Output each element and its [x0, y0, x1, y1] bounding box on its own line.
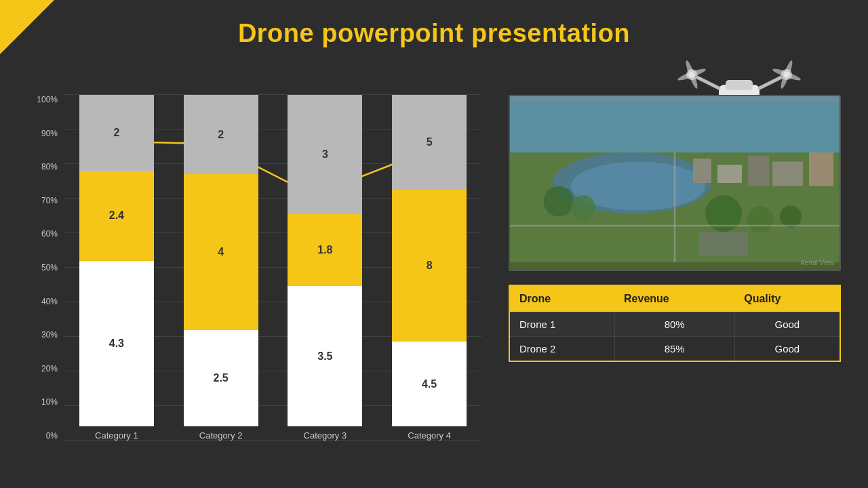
y-label-40: 40% [41, 297, 58, 306]
y-label-50: 50% [41, 263, 58, 272]
bars-container: 2 2.4 4.3 Category 1 2 4 2.5 Category 2 … [64, 95, 481, 441]
bar-mid-val-4: 8 [427, 260, 433, 272]
bar-stack-3: 3 1.8 3.5 [288, 95, 362, 426]
y-label-80: 80% [41, 162, 58, 171]
bar-bot-val-4: 4.5 [422, 378, 437, 390]
main-content: 0% 10% 20% 30% 40% 50% 60% 70% 80% 90% 1… [27, 95, 841, 468]
bar-mid-3: 1.8 [288, 214, 362, 286]
svg-rect-29 [693, 159, 711, 183]
corner-decoration [0, 0, 54, 54]
svg-rect-1 [726, 80, 753, 90]
bar-top-1: 2 [79, 95, 154, 171]
bar-group-4: 5 8 4.5 Category 4 [392, 95, 467, 441]
bar-mid-2: 4 [184, 174, 258, 330]
x-label-4: Category 4 [408, 430, 451, 441]
bar-group-2: 2 4 2.5 Category 2 [184, 95, 258, 441]
x-label-2: Category 2 [199, 430, 243, 441]
bar-bot-val-1: 4.3 [109, 338, 124, 350]
table-header-revenue: Revenue [614, 285, 734, 312]
bar-top-4: 5 [392, 95, 467, 190]
bar-mid-val-2: 4 [218, 246, 224, 258]
svg-point-35 [571, 195, 595, 220]
data-table: Drone Revenue Quality Drone 1 80% Good D… [509, 285, 841, 362]
bar-bot-val-3: 3.5 [317, 350, 332, 363]
bar-stack-4: 5 8 4.5 [392, 95, 467, 426]
y-label-100: 100% [37, 95, 58, 104]
bar-top-val-2: 2 [218, 129, 224, 141]
bar-bot-4: 4.5 [392, 342, 467, 426]
bar-top-val-1: 2 [113, 127, 119, 139]
y-label-0: 0% [46, 431, 58, 441]
svg-point-37 [747, 206, 774, 233]
y-label-90: 90% [41, 129, 58, 138]
svg-rect-31 [748, 156, 770, 186]
bar-mid-4: 8 [392, 190, 467, 342]
y-label-20: 20% [41, 364, 58, 373]
table-row-2: Drone 2 85% Good [509, 337, 840, 362]
table-cell-drone-2: Drone 2 [509, 337, 614, 362]
table-cell-quality-1: Good [734, 312, 840, 337]
aerial-photo [509, 95, 841, 271]
y-axis: 0% 10% 20% 30% 40% 50% 60% 70% 80% 90% 1… [27, 95, 61, 441]
y-label-70: 70% [41, 196, 58, 205]
table-cell-revenue-2: 85% [614, 337, 734, 362]
table-row-1: Drone 1 80% Good [509, 312, 840, 337]
y-label-30: 30% [41, 330, 58, 340]
bar-top-2: 2 [184, 95, 258, 174]
bar-group-1: 2 2.4 4.3 Category 1 [79, 95, 154, 441]
bar-bot-val-2: 2.5 [214, 372, 229, 384]
table-cell-drone-1: Drone 1 [509, 312, 614, 337]
svg-rect-33 [809, 152, 833, 186]
table-cell-quality-2: Good [734, 337, 840, 362]
svg-point-34 [544, 186, 574, 217]
right-panel: Drone Revenue Quality Drone 1 80% Good D… [488, 95, 841, 468]
table-header-quality: Quality [734, 285, 840, 312]
y-label-10: 10% [41, 397, 58, 407]
table-cell-revenue-1: 80% [614, 312, 734, 337]
bar-group-3: 3 1.8 3.5 Category 3 [288, 95, 362, 441]
bar-mid-val-3: 1.8 [317, 244, 332, 256]
x-label-3: Category 3 [304, 430, 347, 441]
x-label-1: Category 1 [95, 430, 138, 441]
bar-mid-1: 2.4 [79, 171, 154, 260]
bar-mid-val-1: 2.4 [109, 209, 124, 222]
chart-area: 0% 10% 20% 30% 40% 50% 60% 70% 80% 90% 1… [27, 95, 488, 468]
bar-top-val-3: 3 [322, 148, 328, 161]
bar-stack-1: 2 2.4 4.3 [79, 95, 154, 426]
svg-point-38 [780, 205, 802, 227]
bar-bot-3: 3.5 [288, 286, 362, 426]
svg-rect-41 [699, 232, 748, 256]
table-header-drone: Drone [509, 285, 614, 312]
y-label-60: 60% [41, 229, 58, 239]
svg-rect-30 [717, 165, 742, 183]
bar-bot-2: 2.5 [184, 330, 258, 426]
bar-top-3: 3 [288, 95, 362, 214]
bar-top-val-4: 5 [427, 136, 433, 148]
svg-rect-32 [772, 162, 803, 186]
bar-stack-2: 2 4 2.5 [184, 95, 258, 426]
bar-bot-1: 4.3 [79, 261, 154, 427]
